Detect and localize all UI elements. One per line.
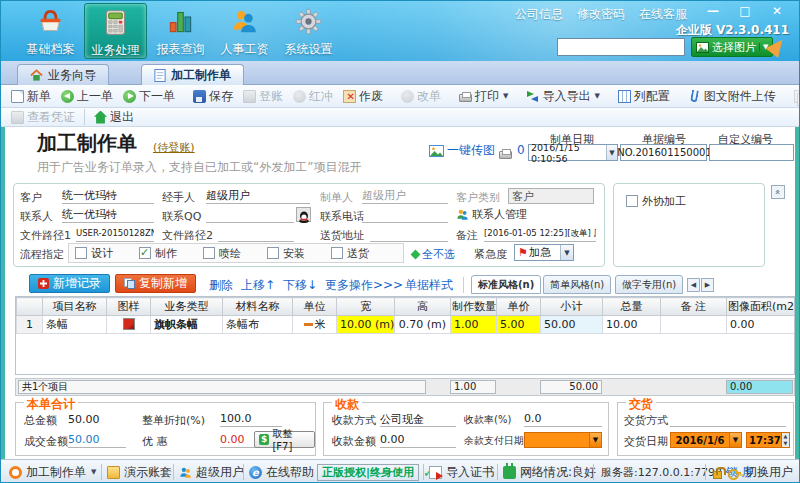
printer-icon[interactable] bbox=[499, 151, 512, 159]
col-header[interactable]: 图样 bbox=[107, 298, 151, 316]
status-import-cert[interactable]: 导入证书 bbox=[429, 464, 494, 480]
add-record-button[interactable]: 新增记录 bbox=[29, 274, 110, 293]
red-reverse-button[interactable]: 红冲 bbox=[289, 86, 337, 107]
col-header[interactable]: 小计 bbox=[541, 298, 603, 316]
copy-add-button[interactable]: 复制新增 bbox=[115, 274, 196, 293]
nav-item-basic-archives[interactable]: 基础档案 bbox=[19, 3, 82, 59]
col-header[interactable]: 业务类型 bbox=[151, 298, 223, 316]
col-header[interactable]: 总量 bbox=[603, 298, 661, 316]
delivery-method-field[interactable] bbox=[670, 412, 786, 427]
outsourcing-checkbox[interactable]: 外协加工 bbox=[626, 194, 686, 209]
phone-field[interactable] bbox=[362, 207, 448, 223]
flow-option-install[interactable]: 安装 bbox=[267, 246, 331, 261]
chevron-down-icon[interactable]: ▼ bbox=[729, 433, 741, 447]
path1-field[interactable]: USER-20150128ZN:C:\ bbox=[76, 226, 154, 242]
exit-button[interactable]: 退出 bbox=[90, 107, 138, 128]
cell-width[interactable]: 10.00 (m) bbox=[337, 316, 395, 334]
checkbox-icon[interactable] bbox=[267, 247, 279, 259]
move-up-link[interactable]: 上移↑ bbox=[241, 277, 275, 294]
delivery-time-spinner[interactable]: 17:37 ▲▼ bbox=[746, 432, 790, 448]
import-export-button[interactable]: 导入导出▼ bbox=[522, 86, 603, 107]
tab-scroll-right-icon[interactable]: ▶ bbox=[701, 278, 714, 292]
contact-mgmt-link[interactable]: 联系人管理 bbox=[456, 207, 527, 222]
view-voucher-button[interactable]: 查看凭证 bbox=[7, 107, 79, 128]
minimize-icon[interactable]: — bbox=[701, 4, 725, 19]
qq-button[interactable] bbox=[296, 207, 311, 222]
close-icon[interactable]: ✕ bbox=[765, 4, 789, 19]
doc-status-link[interactable]: (待登账) bbox=[153, 140, 195, 155]
receipt-amount-field[interactable]: 0.00 bbox=[380, 433, 456, 448]
cell-pattern[interactable] bbox=[107, 316, 151, 334]
company-info-link[interactable]: 公司信息 bbox=[515, 6, 563, 23]
deal-amount-field[interactable]: 50.00 bbox=[68, 433, 126, 448]
spin-up-icon[interactable]: ▲ bbox=[782, 433, 789, 440]
save-button[interactable]: 保存 bbox=[189, 86, 237, 107]
flow-option-make[interactable]: 制作 bbox=[139, 246, 203, 261]
chevron-down-icon[interactable]: ▼ bbox=[606, 145, 617, 160]
discount-field[interactable]: 100.0 bbox=[220, 412, 282, 427]
cell-total[interactable]: 10.00 bbox=[603, 316, 661, 334]
handler-field[interactable]: 超级用户 bbox=[206, 188, 310, 204]
cell-price[interactable]: 5.00 bbox=[497, 316, 541, 334]
nav-item-reports[interactable]: 报表查询 bbox=[149, 3, 212, 59]
col-header[interactable]: 图像面积(m2) bbox=[727, 298, 795, 316]
address-field[interactable] bbox=[370, 226, 448, 242]
tab-business-wizard[interactable]: 业务向导 bbox=[17, 64, 109, 85]
receipt-method-field[interactable]: 公司现金 bbox=[380, 412, 456, 427]
collapse-panel-button[interactable]: « bbox=[771, 185, 785, 199]
post-account-button[interactable]: 登账 bbox=[239, 86, 287, 107]
delete-row-link[interactable]: 删除 bbox=[209, 277, 233, 294]
flow-option-spray[interactable]: 喷绘 bbox=[203, 246, 267, 261]
round-button[interactable]: $ 取整[F7] bbox=[254, 431, 315, 448]
col-header[interactable]: 备 注 bbox=[661, 298, 727, 316]
maximize-icon[interactable]: □ bbox=[733, 4, 757, 19]
contact-field[interactable]: 统一优玛特 bbox=[62, 207, 154, 223]
switch-user-button[interactable]: 切换用户 bbox=[728, 464, 793, 480]
status-account-set[interactable]: 演示账套 bbox=[107, 464, 172, 480]
chevron-down-icon[interactable]: ▼ bbox=[560, 245, 573, 260]
cell-item-name[interactable]: 条幅 bbox=[43, 316, 107, 334]
qq-field[interactable] bbox=[206, 207, 294, 223]
col-header[interactable]: 制作数量 bbox=[451, 298, 497, 316]
cell-unit[interactable]: 米 bbox=[293, 316, 337, 334]
more-actions-link[interactable]: 更多操作>>> bbox=[325, 277, 403, 294]
tab-scroll-left-icon[interactable]: ◀ bbox=[687, 278, 700, 292]
style-tab-standard[interactable]: 标准风格(n) bbox=[471, 275, 541, 294]
nav-item-settings[interactable]: 系统设置 bbox=[277, 3, 340, 59]
cell-image-area[interactable]: 0.00 bbox=[727, 316, 795, 334]
select-none-link[interactable]: 全不选 bbox=[412, 247, 455, 262]
balance-date-combo[interactable]: ▼ bbox=[524, 432, 602, 448]
col-header[interactable]: 高 bbox=[395, 298, 451, 316]
print-button[interactable]: 打印▼ bbox=[455, 86, 512, 107]
checkbox-icon[interactable] bbox=[75, 247, 87, 259]
choose-image-button[interactable]: 选择图片 ▼ bbox=[691, 37, 773, 57]
status-help[interactable]: e 在线帮助 bbox=[249, 464, 314, 480]
make-date-combo[interactable]: 2016/1/15 0:10:56 ▼ bbox=[528, 144, 618, 161]
move-down-link[interactable]: 下移↓ bbox=[283, 277, 317, 294]
next-doc-button[interactable]: 下一单 bbox=[119, 86, 179, 107]
custom-no-input[interactable] bbox=[709, 144, 794, 161]
col-header[interactable]: 项目名称 bbox=[43, 298, 107, 316]
status-doc-type[interactable]: 加工制作单 ▼ bbox=[9, 464, 96, 480]
cell-material[interactable]: 条幅布 bbox=[223, 316, 293, 334]
col-header[interactable]: 单价 bbox=[497, 298, 541, 316]
new-doc-button[interactable]: 新单 bbox=[7, 86, 55, 107]
urgency-combo[interactable]: ⚑ 加急 ▼ bbox=[514, 244, 574, 261]
checkbox-icon[interactable] bbox=[203, 247, 215, 259]
nav-item-business[interactable]: 业务处理 bbox=[84, 3, 147, 59]
image-path-input[interactable] bbox=[557, 38, 685, 56]
receipt-rate-field[interactable]: 0.0 bbox=[524, 412, 602, 427]
checkbox-icon[interactable] bbox=[331, 247, 343, 259]
style-tab-simple[interactable]: 简单风格(n) bbox=[543, 275, 611, 294]
cell-height[interactable]: 0.70 (m) bbox=[395, 316, 451, 334]
tab-processing-order[interactable]: 加工制作单 bbox=[141, 64, 244, 85]
cell-qty[interactable]: 1.00 bbox=[451, 316, 497, 334]
style-tab-lettering[interactable]: 做字专用(n) bbox=[615, 275, 683, 294]
customer-field[interactable]: 统一优玛特 bbox=[62, 188, 154, 204]
table-row[interactable]: 1 条幅 旗帜条幅 条幅布 米 10.00 (m) 0.70 (m) 1.00 … bbox=[17, 316, 795, 334]
online-service-link[interactable]: 在线客服 bbox=[639, 6, 687, 23]
col-header[interactable]: 单位 bbox=[293, 298, 337, 316]
column-config-button[interactable]: 列配置 bbox=[614, 86, 674, 107]
checkbox-checked-icon[interactable] bbox=[139, 247, 151, 259]
doc-style-link[interactable]: 单据样式 bbox=[405, 277, 453, 294]
